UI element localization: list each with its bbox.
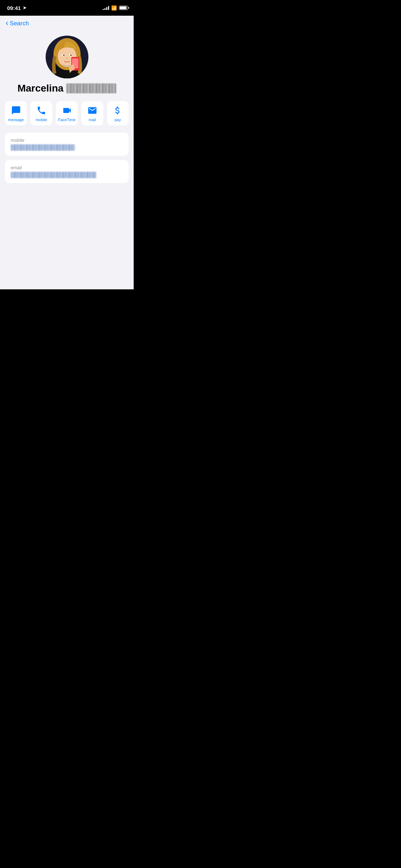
- location-icon: ➤: [23, 5, 26, 10]
- phone-icon: [36, 105, 46, 115]
- contact-header: Marcelina: [0, 30, 134, 101]
- svg-point-7: [63, 55, 65, 56]
- facetime-label: FaceTime: [58, 118, 76, 122]
- email-field-label: email: [11, 165, 123, 170]
- contact-detail-page: ‹ Search: [0, 16, 134, 289]
- mail-button[interactable]: mail: [81, 101, 103, 125]
- message-label: message: [8, 118, 24, 122]
- email-info-section[interactable]: email: [5, 160, 129, 183]
- message-icon: [11, 105, 21, 115]
- mobile-label: mobile: [36, 118, 47, 122]
- navigation-bar: ‹ Search: [0, 16, 134, 30]
- mobile-call-button[interactable]: mobile: [30, 101, 52, 125]
- mail-icon: [87, 105, 97, 115]
- svg-point-8: [70, 55, 72, 56]
- wifi-icon: 📶: [111, 5, 117, 11]
- message-button[interactable]: message: [5, 101, 27, 125]
- status-time-area: 09:41 ➤: [7, 5, 26, 11]
- facetime-button[interactable]: FaceTime: [56, 101, 78, 125]
- back-button[interactable]: ‹ Search: [6, 20, 29, 27]
- status-indicators: 📶: [103, 5, 128, 11]
- avatar: [46, 36, 88, 78]
- mobile-info-section[interactable]: mobile: [5, 133, 129, 156]
- time-display: 09:41: [7, 5, 21, 11]
- status-bar: 09:41 ➤ 📶: [0, 0, 134, 16]
- mobile-value-redacted: [11, 144, 75, 151]
- pay-label: pay: [114, 118, 121, 122]
- contact-name: Marcelina: [10, 83, 123, 94]
- battery-icon: [119, 6, 128, 10]
- action-buttons-row: message mobile FaceTime mail pay: [0, 101, 134, 125]
- pay-button[interactable]: pay: [107, 101, 129, 125]
- contact-first-name: Marcelina: [17, 83, 63, 94]
- signal-strength-icon: [103, 6, 109, 10]
- email-value-redacted: [11, 172, 96, 178]
- pay-icon: [113, 105, 123, 115]
- avatar-image: [46, 36, 88, 78]
- facetime-icon: [62, 105, 72, 115]
- back-label: Search: [10, 20, 29, 27]
- mail-label: mail: [89, 118, 96, 122]
- back-chevron-icon: ‹: [6, 19, 8, 27]
- contact-last-name-redacted: [66, 83, 116, 93]
- mobile-field-label: mobile: [11, 138, 123, 143]
